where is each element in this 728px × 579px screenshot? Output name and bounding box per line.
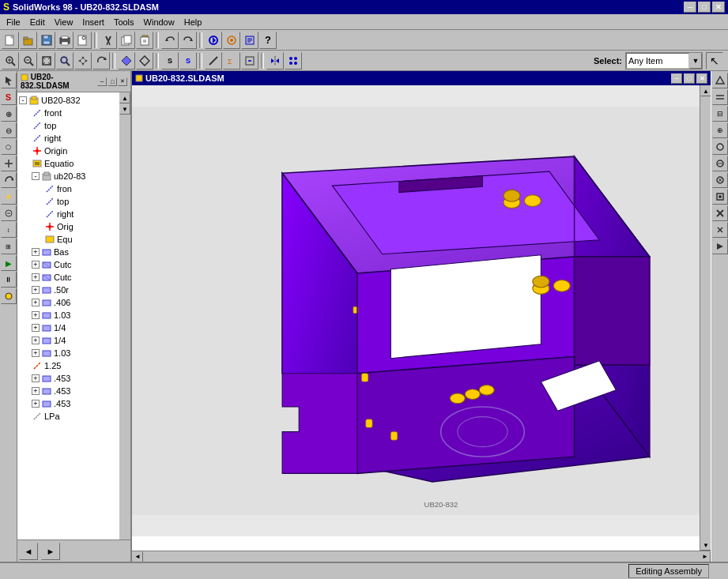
menu-tools[interactable]: Tools: [109, 16, 139, 28]
left-icon-dims[interactable]: [1, 205, 17, 221]
tb-wireframe[interactable]: [136, 52, 153, 70]
vp-scroll-down[interactable]: ▼: [700, 540, 711, 551]
tb-relations[interactable]: [241, 52, 258, 70]
ub20-expand[interactable]: -: [32, 172, 40, 180]
tree-scroll-up[interactable]: ▲: [119, 92, 130, 103]
tree-item-103a[interactable]: + 1.03: [17, 309, 119, 321]
tb-zoom-out[interactable]: [20, 52, 37, 70]
103b-expand[interactable]: +: [32, 349, 40, 357]
tree-item-lpa[interactable]: LPa: [17, 410, 119, 423]
tree-scroll-left[interactable]: ◄: [19, 543, 38, 560]
103a-expand[interactable]: +: [32, 311, 40, 319]
vp-maximize[interactable]: □: [684, 73, 695, 84]
left-icon-fit[interactable]: ⬡: [1, 139, 17, 155]
tree-item-orig2[interactable]: Orig: [17, 220, 119, 233]
menu-insert[interactable]: Insert: [77, 16, 109, 28]
tree-item-fron[interactable]: fron: [17, 182, 119, 195]
tree-item-406[interactable]: + .406: [17, 296, 119, 309]
tree-item-cutc2[interactable]: + Cutc: [17, 271, 119, 284]
tree-item-cutc1[interactable]: + Cutc: [17, 258, 119, 271]
406-expand[interactable]: +: [32, 299, 40, 306]
tree-close[interactable]: ✕: [118, 77, 127, 86]
tb-save[interactable]: [38, 32, 55, 49]
tb-options[interactable]: [223, 32, 240, 49]
left-icon-pan[interactable]: [1, 156, 17, 171]
tb-pattern[interactable]: [285, 52, 302, 70]
tb-zoom-fit[interactable]: [38, 52, 55, 70]
left-icon-rotate[interactable]: [1, 172, 17, 188]
vp-close[interactable]: ✕: [696, 73, 707, 84]
tree-item-50r[interactable]: + .50r: [17, 284, 119, 296]
tree-scrollbar[interactable]: ▲ ▼: [119, 92, 130, 540]
tree-item-equations[interactable]: Equatio: [17, 157, 119, 170]
maximize-button[interactable]: □: [698, 2, 711, 13]
tree-item-14a[interactable]: + 1/4: [17, 321, 119, 334]
tb-help[interactable]: ?: [259, 32, 277, 49]
right-icon-4[interactable]: ⊕: [712, 122, 728, 138]
tb-open[interactable]: [20, 32, 37, 49]
right-icon-2[interactable]: [712, 89, 728, 105]
viewport-canvas[interactable]: UB20-832: [132, 85, 700, 536]
left-icon-color[interactable]: [1, 288, 17, 304]
tree-scroll-down[interactable]: ▼: [119, 103, 130, 115]
right-icon-9[interactable]: [712, 205, 728, 221]
tb-redo[interactable]: [179, 32, 197, 49]
right-icon-7[interactable]: [712, 172, 728, 188]
cutc1-expand[interactable]: +: [32, 261, 40, 269]
cutc2-expand[interactable]: +: [32, 273, 40, 281]
bas-expand[interactable]: +: [32, 248, 40, 256]
left-icon-relations[interactable]: ↕: [1, 222, 17, 238]
tree-root[interactable]: - UB20-832: [17, 94, 119, 107]
14b-expand[interactable]: +: [32, 336, 40, 344]
tree-item-125[interactable]: 1.25: [17, 359, 119, 372]
tree-item-ub20[interactable]: - ub20-83: [17, 170, 119, 182]
tb-pan[interactable]: [74, 52, 92, 70]
left-icon-s[interactable]: S: [1, 89, 17, 105]
tb-smartdim[interactable]: Σ: [223, 52, 240, 70]
tree-item-bas[interactable]: + Bas: [17, 246, 119, 258]
tb-rebuild[interactable]: [205, 32, 222, 49]
tb-sketch[interactable]: S: [161, 52, 179, 70]
minimize-button[interactable]: ─: [684, 2, 696, 13]
50r-expand[interactable]: +: [32, 286, 40, 294]
left-icon-zoom-in[interactable]: ⊕: [1, 106, 17, 122]
tree-item-top[interactable]: top: [17, 119, 119, 132]
right-icon-10[interactable]: [712, 222, 728, 238]
453b-expand[interactable]: +: [32, 387, 40, 395]
left-icon-play[interactable]: ▶: [1, 255, 17, 271]
tb-mirror[interactable]: [266, 52, 284, 70]
left-icon-view[interactable]: ⚡: [1, 189, 17, 205]
left-icon-sketch[interactable]: ⊞: [1, 239, 17, 254]
14a-expand[interactable]: +: [32, 324, 40, 332]
h-scroll-right[interactable]: ►: [700, 551, 711, 562]
root-expand[interactable]: -: [19, 96, 27, 104]
right-icon-3[interactable]: ⊟: [712, 106, 728, 122]
453c-expand[interactable]: +: [32, 400, 40, 408]
menu-edit[interactable]: Edit: [25, 16, 50, 28]
tree-item-origin[interactable]: Origin: [17, 145, 119, 157]
tree-maximize[interactable]: □: [108, 77, 117, 86]
right-icon-5[interactable]: [712, 139, 728, 155]
tb-shaded[interactable]: [118, 52, 135, 70]
tree-content[interactable]: - UB20-832 front: [17, 92, 119, 540]
close-button[interactable]: ✕: [712, 2, 725, 13]
tree-item-right2[interactable]: right: [17, 208, 119, 220]
tb-preview[interactable]: [74, 32, 92, 49]
h-scroll-left[interactable]: ◄: [132, 551, 143, 562]
right-icon-11[interactable]: [712, 239, 728, 254]
453a-expand[interactable]: +: [32, 374, 40, 382]
tree-window-controls[interactable]: ─ □ ✕: [97, 77, 127, 86]
menu-window[interactable]: Window: [139, 16, 179, 28]
right-icon-1[interactable]: [712, 73, 728, 88]
tb-zoom-in[interactable]: [2, 52, 19, 70]
tree-item-453a[interactable]: + .453: [17, 372, 119, 385]
tb-print[interactable]: [56, 32, 74, 49]
right-icon-6[interactable]: [712, 156, 728, 171]
tb-cut[interactable]: [100, 32, 117, 49]
tree-item-front[interactable]: front: [17, 107, 119, 119]
tree-item-right[interactable]: right: [17, 132, 119, 145]
tree-item-14b[interactable]: + 1/4: [17, 334, 119, 347]
left-icon-zoom-out[interactable]: ⊖: [1, 122, 17, 138]
tb-new[interactable]: [2, 32, 19, 49]
tree-item-103b[interactable]: + 1.03: [17, 347, 119, 359]
